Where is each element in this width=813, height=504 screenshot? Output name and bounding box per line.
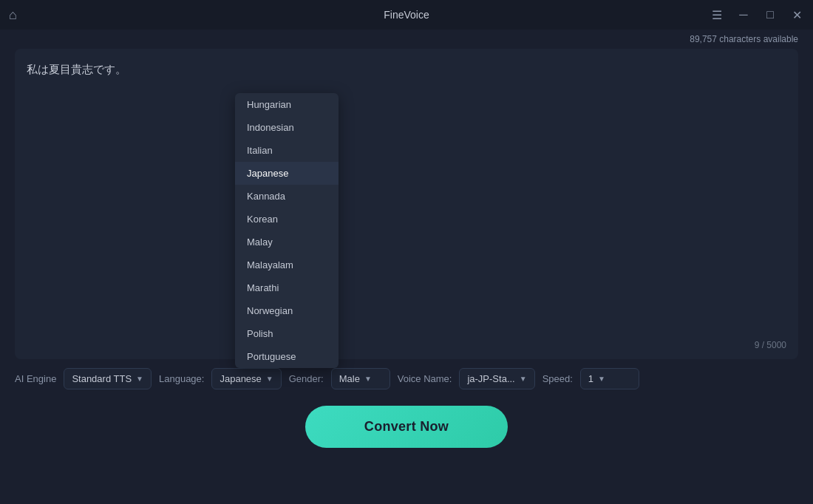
gender-chevron: ▼ — [364, 375, 372, 383]
dropdown-item-polish[interactable]: Polish — [235, 322, 339, 345]
gender-value: Male — [339, 373, 360, 384]
convert-now-button[interactable]: Convert Now — [305, 406, 508, 448]
speed-label: Speed: — [542, 373, 573, 384]
convert-area: Convert Now — [0, 398, 813, 455]
dropdown-item-indonesian[interactable]: Indonesian — [235, 116, 339, 139]
language-value: Japanese — [220, 373, 261, 384]
maximize-button[interactable]: □ — [763, 7, 778, 22]
dropdown-item-norwegian[interactable]: Norwegian — [235, 299, 339, 322]
dropdown-item-italian[interactable]: Italian — [235, 139, 339, 162]
dropdown-item-kannada[interactable]: Kannada — [235, 185, 339, 208]
speed-select[interactable]: 1 ▼ — [580, 368, 639, 389]
text-area[interactable]: 私は夏目貴志です。 Hungarian Indonesian Italian J… — [15, 49, 798, 359]
dropdown-item-malay[interactable]: Malay — [235, 231, 339, 253]
input-text: 私は夏目貴志です。 — [27, 61, 786, 78]
speed-value: 1 — [588, 373, 593, 384]
ai-engine-chevron: ▼ — [136, 375, 143, 383]
dropdown-item-korean[interactable]: Korean — [235, 208, 339, 231]
language-chevron: ▼ — [266, 375, 273, 383]
dropdown-item-japanese[interactable]: Japanese — [235, 162, 339, 185]
language-label: Language: — [159, 373, 204, 384]
window-controls: ☰ ─ □ ✕ — [710, 7, 804, 22]
speed-chevron: ▼ — [598, 375, 605, 383]
dropdown-item-portuguese[interactable]: Portuguese — [235, 345, 339, 368]
ai-engine-select[interactable]: Standard TTS ▼ — [64, 368, 152, 389]
gender-label: Gender: — [289, 373, 324, 384]
language-dropdown[interactable]: Hungarian Indonesian Italian Japanese Ka… — [235, 93, 339, 368]
minimize-button[interactable]: ─ — [736, 7, 751, 22]
char-count: 9 / 5000 — [755, 340, 786, 350]
language-select[interactable]: Japanese ▼ — [211, 368, 281, 389]
chars-available: 89,757 characters available — [0, 30, 813, 49]
voice-name-value: ja-JP-Sta... — [467, 373, 514, 384]
toolbar: AI Engine Standard TTS ▼ Language: Japan… — [0, 359, 813, 398]
dropdown-item-malayalam[interactable]: Malayalam — [235, 253, 339, 276]
title-bar: ⌂ FineVoice ☰ ─ □ ✕ — [0, 0, 813, 30]
ai-engine-label: AI Engine — [15, 373, 56, 384]
home-icon[interactable]: ⌂ — [9, 7, 17, 23]
dropdown-item-marathi[interactable]: Marathi — [235, 276, 339, 299]
menu-icon[interactable]: ☰ — [710, 7, 724, 22]
app-title: FineVoice — [384, 9, 429, 21]
title-bar-left: ⌂ — [9, 7, 17, 23]
ai-engine-value: Standard TTS — [72, 373, 132, 384]
voice-name-select[interactable]: ja-JP-Sta... ▼ — [459, 368, 534, 389]
gender-select[interactable]: Male ▼ — [331, 368, 390, 389]
voice-name-label: Voice Name: — [398, 373, 452, 384]
close-button[interactable]: ✕ — [789, 7, 804, 22]
voice-name-chevron: ▼ — [520, 375, 527, 383]
dropdown-item-hungarian[interactable]: Hungarian — [235, 93, 339, 116]
